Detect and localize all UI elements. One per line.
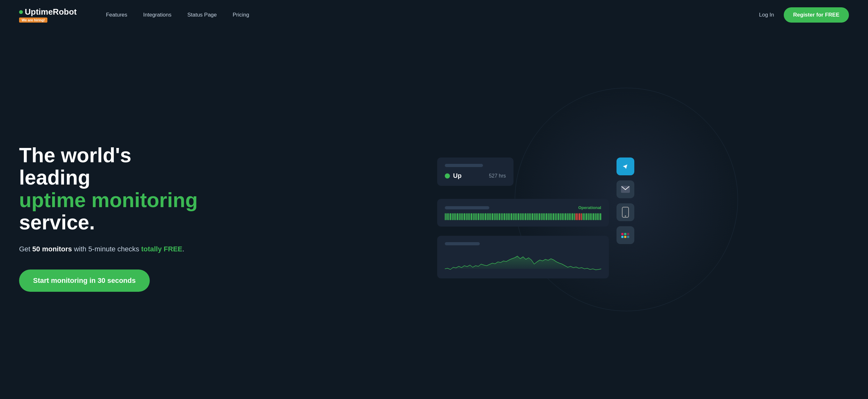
- nav-link-integrations[interactable]: Integrations: [143, 12, 172, 18]
- uptime-bar: [525, 213, 526, 220]
- uptime-bar: [483, 213, 484, 220]
- nav-link-features[interactable]: Features: [106, 12, 127, 18]
- status-dot-green: [445, 173, 450, 178]
- uptime-bar: [561, 213, 562, 220]
- cta-button[interactable]: Start monitoring in 30 seconds: [19, 269, 150, 292]
- nav-links: Features Integrations Status Page Pricin…: [106, 12, 249, 18]
- monitor-card: Up 527 hrs: [437, 158, 514, 186]
- uptime-bar: [581, 213, 582, 220]
- uptime-bar: [555, 213, 556, 220]
- uptime-bar: [570, 213, 571, 220]
- uptime-bar: [541, 213, 542, 220]
- uptime-bar: [474, 213, 475, 220]
- svg-rect-4: [623, 208, 627, 214]
- chart-area: [445, 250, 601, 272]
- uptime-bar: [572, 213, 573, 220]
- uptime-bar: [598, 213, 599, 220]
- nav-link-status-page[interactable]: Status Page: [187, 12, 217, 18]
- status-up-label: Up: [453, 172, 462, 179]
- uptime-bar: [568, 213, 569, 220]
- uptime-bar: [520, 213, 521, 220]
- uptime-bar: [578, 213, 578, 220]
- uptime-bar: [446, 213, 447, 220]
- uptime-bar: [556, 213, 557, 220]
- operational-label: Operational: [578, 205, 601, 210]
- uptime-bar: [476, 213, 477, 220]
- uptime-bar: [528, 213, 529, 220]
- uptime-bar: [506, 213, 507, 220]
- uptime-bar: [551, 213, 552, 220]
- uptime-bar: [589, 213, 590, 220]
- svg-rect-9: [627, 233, 629, 235]
- uptime-bar: [576, 213, 577, 220]
- uptime-bars: [445, 213, 601, 220]
- nav-left: UptimeRobot We are hiring! Features Inte…: [19, 7, 249, 23]
- uptime-bar: [469, 213, 470, 220]
- hero-subtitle: Get 50 monitors with 5-minute checks tot…: [19, 244, 204, 254]
- mobile-icon: [617, 203, 634, 221]
- uptime-bar: [521, 213, 522, 220]
- svg-point-3: [625, 216, 626, 217]
- svg-rect-7: [624, 233, 626, 235]
- uptime-bar: [495, 213, 496, 220]
- telegram-icon: [617, 158, 634, 175]
- uptime-bar: [497, 213, 498, 220]
- hero-title: The world's leading uptime monitoring se…: [19, 144, 204, 234]
- uptime-bar: [504, 213, 505, 220]
- uptime-bar: [457, 213, 458, 220]
- uptime-bar: [480, 213, 481, 220]
- uptime-bar: [534, 213, 535, 220]
- uptime-bar: [532, 213, 533, 220]
- uptime-bar: [450, 213, 451, 220]
- uptime-bar: [591, 213, 592, 220]
- uptime-bar: [523, 213, 524, 220]
- hero-left: The world's leading uptime monitoring se…: [19, 144, 204, 292]
- uptime-bar: [502, 213, 503, 220]
- status-bar-card: Operational: [437, 199, 609, 227]
- nav-link-pricing[interactable]: Pricing: [233, 12, 249, 18]
- logo-dot: [19, 10, 23, 14]
- hiring-badge[interactable]: We are hiring!: [19, 18, 48, 23]
- uptime-bar: [560, 213, 561, 220]
- uptime-bar: [584, 213, 585, 220]
- uptime-bar: [593, 213, 594, 220]
- uptime-bar: [550, 213, 550, 220]
- uptime-bar: [462, 213, 463, 220]
- uptime-bar: [518, 213, 519, 220]
- uptime-bar: [574, 213, 575, 220]
- uptime-bar: [548, 213, 549, 220]
- hero-right: Up 527 hrs: [204, 158, 849, 278]
- uptime-bar: [494, 213, 495, 220]
- monitor-hours: 527 hrs: [489, 173, 506, 179]
- dashboard-mockup: Up 527 hrs: [437, 158, 634, 278]
- uptime-bar: [488, 213, 489, 220]
- chart-card: [437, 236, 609, 278]
- uptime-bar: [482, 213, 482, 220]
- uptime-bar: [535, 213, 536, 220]
- uptime-bar: [454, 213, 454, 220]
- uptime-bar: [516, 213, 517, 220]
- uptime-bar: [567, 213, 568, 220]
- uptime-bar: [499, 213, 500, 220]
- uptime-bar: [455, 213, 456, 220]
- navbar: UptimeRobot We are hiring! Features Inte…: [0, 0, 868, 30]
- uptime-bar: [467, 213, 468, 220]
- integration-icons: [617, 158, 634, 244]
- uptime-bar: [460, 213, 461, 220]
- monitor-status-row: Up 527 hrs: [445, 172, 506, 179]
- uptime-bar: [530, 213, 531, 220]
- uptime-bar: [492, 213, 493, 220]
- uptime-bar: [596, 213, 597, 220]
- login-link[interactable]: Log In: [759, 12, 774, 18]
- uptime-bar: [464, 213, 465, 220]
- nav-right: Log In Register for FREE: [759, 7, 849, 23]
- register-button[interactable]: Register for FREE: [784, 7, 849, 23]
- uptime-bar: [542, 213, 544, 220]
- hero-section: The world's leading uptime monitoring se…: [0, 30, 868, 399]
- uptime-bar: [511, 213, 512, 220]
- status-bar-label-bar: [445, 206, 489, 209]
- uptime-bar: [558, 213, 559, 220]
- response-time-chart: [445, 250, 601, 272]
- uptime-bar: [595, 213, 596, 220]
- logo: UptimeRobot We are hiring!: [19, 7, 76, 23]
